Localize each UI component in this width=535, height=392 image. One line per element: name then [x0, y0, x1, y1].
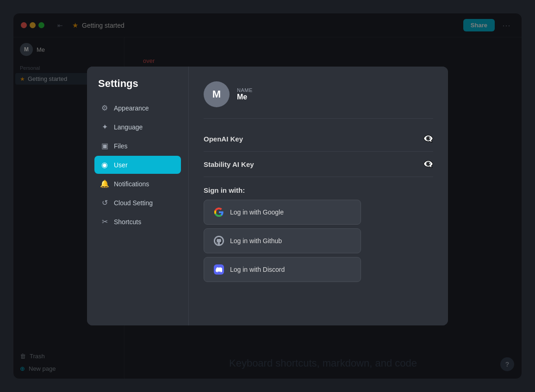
settings-modal: Settings ⚙ Appearance ✦ Language ▣ Files: [87, 67, 448, 325]
modal-overlay[interactable]: Settings ⚙ Appearance ✦ Language ▣ Files: [13, 13, 522, 379]
language-icon: ✦: [100, 122, 109, 131]
settings-nav-language[interactable]: ✦ Language: [94, 118, 181, 136]
stability-key-row: Stability AI Key 👁‍🗨: [204, 152, 433, 177]
github-login-button[interactable]: Log in with Github: [204, 228, 361, 253]
google-icon: [213, 207, 224, 218]
settings-nav-notifications[interactable]: 🔔 Notifications: [94, 175, 181, 193]
settings-content: M Name Me OpenAI Key 👁‍🗨 Stability AI Ke…: [189, 67, 448, 325]
user-name-value: Me: [237, 93, 253, 101]
settings-nav-notifications-label: Notifications: [114, 180, 149, 188]
settings-nav-appearance-label: Appearance: [114, 104, 149, 112]
settings-nav-user-label: User: [114, 161, 128, 169]
settings-nav-shortcuts[interactable]: ✂ Shortcuts: [94, 213, 181, 231]
user-name-label: Name: [237, 87, 253, 93]
appearance-icon: ⚙: [100, 104, 109, 112]
settings-nav-files[interactable]: ▣ Files: [94, 137, 181, 155]
stability-key-label: Stability AI Key: [204, 160, 254, 168]
user-info: Name Me: [237, 87, 253, 101]
github-login-label: Log in with Github: [230, 237, 282, 245]
settings-nav-language-label: Language: [114, 123, 143, 131]
settings-nav-user[interactable]: ◉ User: [94, 156, 181, 174]
github-icon: [213, 235, 224, 246]
sign-in-label: Sign in with:: [204, 186, 433, 194]
discord-login-label: Log in with Discord: [230, 266, 285, 273]
user-icon: ◉: [100, 160, 109, 169]
settings-nav-cloud-label: Cloud Setting: [114, 199, 153, 207]
settings-nav-files-label: Files: [114, 142, 128, 150]
settings-sidebar: Settings ⚙ Appearance ✦ Language ▣ Files: [87, 67, 189, 325]
discord-login-button[interactable]: Log in with Discord: [204, 257, 361, 282]
profile-divider: [204, 118, 433, 119]
shortcuts-icon: ✂: [100, 217, 109, 226]
settings-title: Settings: [94, 78, 181, 90]
user-profile: M Name Me: [204, 81, 433, 107]
openai-key-label: OpenAI Key: [204, 135, 243, 143]
app-window: ⇤ ★ Getting started Share ⋯ M Me Persona…: [13, 13, 522, 379]
openai-key-row: OpenAI Key 👁‍🗨: [204, 126, 433, 152]
stability-toggle-visibility-icon[interactable]: 👁‍🗨: [423, 159, 433, 169]
google-login-button[interactable]: Log in with Google: [204, 200, 361, 225]
discord-icon: [213, 264, 224, 275]
settings-nav-shortcuts-label: Shortcuts: [114, 218, 141, 226]
cloud-icon: ↺: [100, 198, 109, 207]
files-icon: ▣: [100, 141, 109, 150]
settings-nav-cloud[interactable]: ↺ Cloud Setting: [94, 194, 181, 212]
user-avatar-large: M: [204, 81, 230, 107]
settings-nav-appearance[interactable]: ⚙ Appearance: [94, 99, 181, 117]
google-login-label: Log in with Google: [230, 208, 284, 216]
notifications-icon: 🔔: [100, 179, 109, 188]
openai-toggle-visibility-icon[interactable]: 👁‍🗨: [423, 134, 433, 144]
